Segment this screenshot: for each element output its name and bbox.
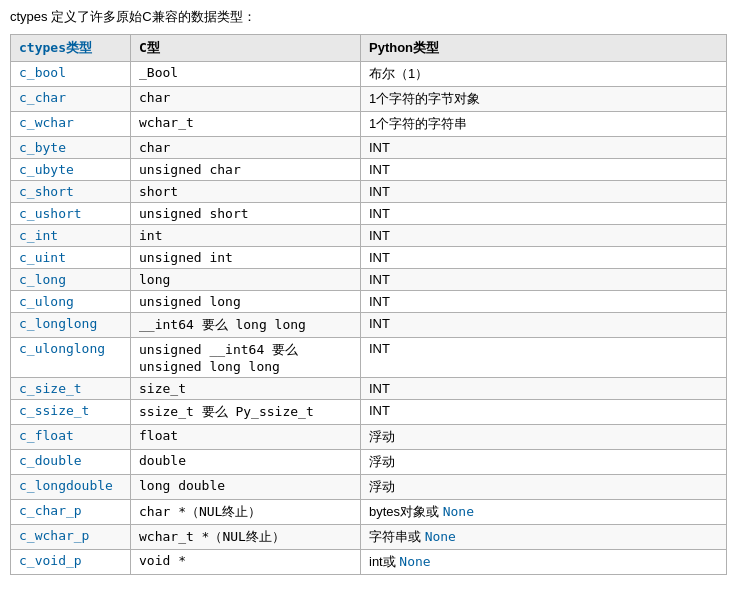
cell-ctypes: c_wchar bbox=[11, 112, 131, 137]
table-row: c_longlongINT bbox=[11, 269, 727, 291]
table-row: c_ushortunsigned shortINT bbox=[11, 203, 727, 225]
cell-c: unsigned long bbox=[131, 291, 361, 313]
cell-ctypes: c_longdouble bbox=[11, 475, 131, 500]
intro-text: ctypes 定义了许多原始C兼容的数据类型： bbox=[10, 8, 727, 26]
cell-c: void * bbox=[131, 550, 361, 575]
cell-ctypes: c_ubyte bbox=[11, 159, 131, 181]
cell-c: long bbox=[131, 269, 361, 291]
table-row: c_uintunsigned intINT bbox=[11, 247, 727, 269]
cell-ctypes: c_longlong bbox=[11, 313, 131, 338]
cell-c: short bbox=[131, 181, 361, 203]
table-row: c_wchar_pwchar_t *（NUL终止）字符串或 None bbox=[11, 525, 727, 550]
cell-python: INT bbox=[361, 181, 727, 203]
table-row: c_bytecharINT bbox=[11, 137, 727, 159]
cell-ctypes: c_ssize_t bbox=[11, 400, 131, 425]
cell-python: INT bbox=[361, 225, 727, 247]
table-row: c_longdoublelong double浮动 bbox=[11, 475, 727, 500]
header-c: C型 bbox=[131, 35, 361, 62]
cell-python: 浮动 bbox=[361, 425, 727, 450]
cell-python: INT bbox=[361, 159, 727, 181]
cell-c: size_t bbox=[131, 378, 361, 400]
table-row: c_longlong__int64 要么 long longINT bbox=[11, 313, 727, 338]
none-keyword: None bbox=[399, 554, 430, 569]
table-row: c_shortshortINT bbox=[11, 181, 727, 203]
cell-c: wchar_t *（NUL终止） bbox=[131, 525, 361, 550]
cell-c: long double bbox=[131, 475, 361, 500]
table-row: c_intintINT bbox=[11, 225, 727, 247]
cell-ctypes: c_char bbox=[11, 87, 131, 112]
table-header-row: ctypes类型 C型 Python类型 bbox=[11, 35, 727, 62]
cell-python: 字符串或 None bbox=[361, 525, 727, 550]
cell-c: char bbox=[131, 137, 361, 159]
cell-python: INT bbox=[361, 313, 727, 338]
cell-python: INT bbox=[361, 137, 727, 159]
table-row: c_charchar1个字符的字节对象 bbox=[11, 87, 727, 112]
cell-c: char *（NUL终止） bbox=[131, 500, 361, 525]
table-row: c_ulongunsigned longINT bbox=[11, 291, 727, 313]
cell-ctypes: c_void_p bbox=[11, 550, 131, 575]
cell-ctypes: c_ulong bbox=[11, 291, 131, 313]
cell-python: INT bbox=[361, 203, 727, 225]
cell-python: bytes对象或 None bbox=[361, 500, 727, 525]
none-keyword: None bbox=[443, 504, 474, 519]
cell-ctypes: c_ulonglong bbox=[11, 338, 131, 378]
table-row: c_ubyteunsigned charINT bbox=[11, 159, 727, 181]
cell-python: 1个字符的字节对象 bbox=[361, 87, 727, 112]
table-row: c_void_pvoid *int或 None bbox=[11, 550, 727, 575]
cell-python: INT bbox=[361, 400, 727, 425]
cell-c: unsigned char bbox=[131, 159, 361, 181]
cell-python: 浮动 bbox=[361, 450, 727, 475]
cell-python: 布尔（1） bbox=[361, 62, 727, 87]
cell-ctypes: c_float bbox=[11, 425, 131, 450]
header-python: Python类型 bbox=[361, 35, 727, 62]
cell-ctypes: c_long bbox=[11, 269, 131, 291]
cell-ctypes: c_bool bbox=[11, 62, 131, 87]
cell-ctypes: c_int bbox=[11, 225, 131, 247]
table-row: c_ssize_tssize_t 要么 Py_ssize_tINT bbox=[11, 400, 727, 425]
table-row: c_char_pchar *（NUL终止）bytes对象或 None bbox=[11, 500, 727, 525]
cell-c: unsigned int bbox=[131, 247, 361, 269]
table-row: c_wcharwchar_t1个字符的字符串 bbox=[11, 112, 727, 137]
cell-ctypes: c_char_p bbox=[11, 500, 131, 525]
cell-c: char bbox=[131, 87, 361, 112]
cell-c: __int64 要么 long long bbox=[131, 313, 361, 338]
cell-ctypes: c_ushort bbox=[11, 203, 131, 225]
cell-python: INT bbox=[361, 291, 727, 313]
header-ctypes: ctypes类型 bbox=[11, 35, 131, 62]
table-row: c_size_tsize_tINT bbox=[11, 378, 727, 400]
cell-ctypes: c_byte bbox=[11, 137, 131, 159]
cell-c: int bbox=[131, 225, 361, 247]
cell-python: 浮动 bbox=[361, 475, 727, 500]
cell-ctypes: c_double bbox=[11, 450, 131, 475]
cell-ctypes: c_uint bbox=[11, 247, 131, 269]
cell-c: double bbox=[131, 450, 361, 475]
cell-c: wchar_t bbox=[131, 112, 361, 137]
table-row: c_ulonglongunsigned __int64 要么 unsigned … bbox=[11, 338, 727, 378]
cell-c: float bbox=[131, 425, 361, 450]
table-row: c_doubledouble浮动 bbox=[11, 450, 727, 475]
cell-c: unsigned short bbox=[131, 203, 361, 225]
cell-ctypes: c_size_t bbox=[11, 378, 131, 400]
none-keyword: None bbox=[425, 529, 456, 544]
cell-c: _Bool bbox=[131, 62, 361, 87]
cell-python: INT bbox=[361, 378, 727, 400]
cell-ctypes: c_short bbox=[11, 181, 131, 203]
cell-c: unsigned __int64 要么 unsigned long long bbox=[131, 338, 361, 378]
cell-python: INT bbox=[361, 247, 727, 269]
cell-python: 1个字符的字符串 bbox=[361, 112, 727, 137]
cell-python: INT bbox=[361, 269, 727, 291]
cell-c: ssize_t 要么 Py_ssize_t bbox=[131, 400, 361, 425]
table-row: c_floatfloat浮动 bbox=[11, 425, 727, 450]
cell-python: int或 None bbox=[361, 550, 727, 575]
cell-python: INT bbox=[361, 338, 727, 378]
table-row: c_bool_Bool布尔（1） bbox=[11, 62, 727, 87]
cell-ctypes: c_wchar_p bbox=[11, 525, 131, 550]
ctypes-table: ctypes类型 C型 Python类型 c_bool_Bool布尔（1）c_c… bbox=[10, 34, 727, 575]
